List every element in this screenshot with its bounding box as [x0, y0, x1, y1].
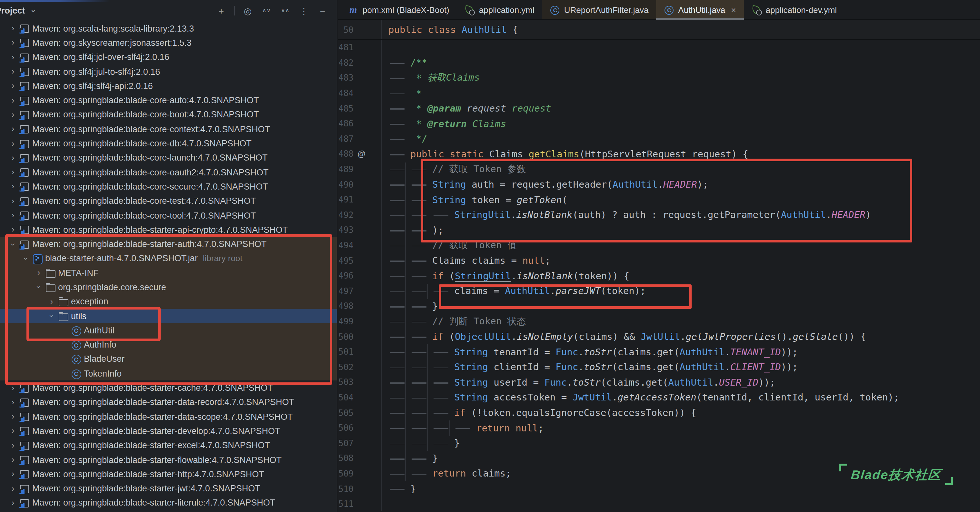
chevron-right-icon[interactable]: ›	[8, 182, 18, 191]
collapse-all-icon[interactable]: ∨∧	[277, 3, 293, 18]
code-line[interactable]: 483 * 获取Claims	[338, 70, 980, 86]
code-line[interactable]: 484 *	[338, 86, 980, 101]
code-line[interactable]: 489// 获取 Token 参数	[338, 162, 980, 177]
chevron-down-icon[interactable]: ›	[8, 239, 18, 249]
tab-application-dev-yml[interactable]: application-dev.yml	[744, 0, 845, 19]
tree-row[interactable]: ›utils	[0, 309, 337, 323]
tree-row[interactable]: ›exception	[0, 294, 337, 309]
code-line[interactable]: 493);	[338, 222, 980, 238]
chevron-right-icon[interactable]: ›	[8, 470, 18, 479]
chevron-right-icon[interactable]: ›	[8, 455, 18, 464]
tree-row[interactable]: ›Maven: org.springblade:blade-starter-jw…	[0, 481, 337, 496]
tree-row[interactable]: ›org.springblade.core.secure	[0, 280, 337, 295]
chevron-down-icon[interactable]: ›	[47, 311, 56, 320]
code-line[interactable]: 488@public static Claims getClaims(HttpS…	[338, 146, 980, 162]
code-line[interactable]: 511	[338, 496, 980, 512]
code-line[interactable]: 505if (!token.equalsIgnoreCase(accessTok…	[338, 405, 980, 420]
chevron-right-icon[interactable]: ›	[34, 268, 43, 277]
code-line[interactable]: 507}	[338, 436, 980, 451]
tab-pom-xml-bladex-boot-[interactable]: mpom.xml (BladeX-Boot)	[340, 0, 457, 19]
code-line[interactable]: 482/**	[338, 55, 980, 70]
project-panel-title[interactable]: Project ›	[0, 6, 38, 16]
tree-row[interactable]: ›Maven: org.springblade:blade-core-conte…	[0, 122, 337, 136]
code-line[interactable]: 504String accessToken = JwtUtil.getAcces…	[338, 390, 980, 405]
code-line[interactable]: 503String userId = Func.toStr(claims.get…	[338, 375, 980, 390]
chevron-right-icon[interactable]: ›	[8, 211, 18, 220]
chevron-right-icon[interactable]: ›	[8, 110, 18, 119]
code-line[interactable]: 506return null;	[338, 420, 980, 436]
tree-row[interactable]: ›Maven: org.springblade:blade-starter-lo…	[0, 510, 337, 512]
tree-row[interactable]: ›blade-starter-auth-4.7.0.SNAPSHOT.jarli…	[0, 252, 337, 266]
chevron-right-icon[interactable]: ›	[8, 52, 18, 62]
tree-row[interactable]: ›Maven: org.springblade:blade-starter-da…	[0, 395, 337, 409]
tree-row[interactable]: ›Maven: org.springblade:blade-starter-li…	[0, 496, 337, 510]
code-line[interactable]: 497claims = AuthUtil.parseJWT(token);	[338, 284, 980, 298]
tab-authutil-java[interactable]: AuthUtil.java×	[656, 0, 743, 19]
code-line[interactable]: 498}	[338, 298, 980, 314]
code-line[interactable]: 496if (StringUtil.isNotBlank(token)) {	[338, 268, 980, 284]
tree-row[interactable]: ›AuthInfo	[0, 338, 337, 352]
chevron-right-icon[interactable]: ›	[8, 412, 18, 421]
code-line[interactable]: 499// 判断 Token 状态	[338, 314, 980, 329]
tree-row[interactable]: ›Maven: org.springblade:blade-starter-ex…	[0, 438, 337, 453]
more-options-icon[interactable]: ⋮	[296, 3, 312, 18]
chevron-right-icon[interactable]: ›	[8, 426, 18, 436]
chevron-right-icon[interactable]: ›	[8, 139, 18, 148]
chevron-right-icon[interactable]: ›	[8, 441, 18, 450]
chevron-right-icon[interactable]: ›	[8, 498, 18, 507]
tree-row[interactable]: ›Maven: org.springblade:blade-core-oauth…	[0, 165, 337, 179]
code-line[interactable]: 492StringUtil.isNotBlank(auth) ? auth : …	[338, 207, 980, 222]
tree-row[interactable]: ›Maven: org.springblade:blade-starter-ht…	[0, 467, 337, 481]
chevron-down-icon[interactable]: ›	[21, 254, 30, 263]
chevron-right-icon[interactable]: ›	[8, 168, 18, 177]
expand-all-icon[interactable]: ∧∨	[259, 3, 274, 18]
code-line[interactable]: 495Claims claims = null;	[338, 253, 980, 268]
code-line[interactable]: 502String clientId = Func.toStr(claims.g…	[338, 360, 980, 375]
chevron-right-icon[interactable]: ›	[47, 297, 56, 306]
code-line[interactable]: 481	[338, 40, 980, 55]
chevron-right-icon[interactable]: ›	[8, 38, 18, 48]
code-line[interactable]: 508}	[338, 451, 980, 466]
code-line[interactable]: 486 * @return Claims	[338, 116, 980, 131]
tree-row[interactable]: ›Maven: org.springblade:blade-starter-au…	[0, 237, 337, 252]
code-line[interactable]: 500if (ObjectUtil.isNotEmpty(claims) && …	[338, 329, 980, 344]
tree-row[interactable]: ›Maven: org.slf4j:slf4j-api:2.0.16	[0, 79, 337, 93]
tree-row[interactable]: ›Maven: org.springblade:blade-core-db:4.…	[0, 136, 337, 151]
code-line[interactable]: 494// 获取 Token 值	[338, 238, 980, 253]
tree-row[interactable]: ›Maven: org.scala-lang:scala-library:2.1…	[0, 21, 337, 36]
code-line[interactable]: 501String tenantId = Func.toStr(claims.g…	[338, 344, 980, 360]
chevron-right-icon[interactable]: ›	[8, 82, 18, 90]
tree-row[interactable]: ›Maven: org.springblade:blade-core-test:…	[0, 194, 337, 208]
tree-row[interactable]: ›Maven: org.skyscreamer:jsonassert:1.5.3	[0, 36, 337, 50]
chevron-right-icon[interactable]: ›	[8, 398, 18, 407]
hide-icon[interactable]: −	[315, 3, 330, 18]
tab-ureportauthfilter-java[interactable]: UReportAuthFilter.java	[542, 0, 657, 19]
code-line[interactable]: 491String token = getToken(	[338, 192, 980, 207]
code-area[interactable]: 481482/**483 * 获取Claims484 *485 * @param…	[338, 40, 980, 512]
tree-row[interactable]: ›Maven: org.springblade:blade-core-launc…	[0, 151, 337, 165]
tree-row[interactable]: ›Maven: org.springblade:blade-starter-ap…	[0, 222, 337, 237]
tree-row[interactable]: ›Maven: org.springblade:blade-core-secur…	[0, 179, 337, 194]
tree-row[interactable]: ›META-INF	[0, 266, 337, 280]
code-line[interactable]: 485 * @param request request	[338, 101, 980, 116]
tree-row[interactable]: ›Maven: org.slf4j:jul-to-slf4j:2.0.16	[0, 65, 337, 79]
chevron-right-icon[interactable]: ›	[8, 197, 18, 205]
code-line[interactable]: 487 */	[338, 131, 980, 146]
chevron-right-icon[interactable]: ›	[8, 96, 18, 105]
tree-row[interactable]: ›Maven: org.springblade:blade-starter-ca…	[0, 381, 337, 395]
chevron-down-icon[interactable]: ›	[34, 283, 43, 292]
chevron-right-icon[interactable]: ›	[8, 124, 18, 133]
tree-row[interactable]: ›Maven: org.springblade:blade-core-tool:…	[0, 208, 337, 223]
chevron-right-icon[interactable]: ›	[8, 24, 18, 33]
tree-row[interactable]: ›Maven: org.springblade:blade-starter-de…	[0, 424, 337, 439]
tree-row[interactable]: ›Maven: org.slf4j:jcl-over-slf4j:2.0.16	[0, 50, 337, 65]
chevron-right-icon[interactable]: ›	[8, 67, 18, 76]
chevron-right-icon[interactable]: ›	[8, 384, 18, 392]
tree-row[interactable]: ›Maven: org.springblade:blade-starter-fl…	[0, 453, 337, 467]
tab-application-yml[interactable]: application.yml	[457, 0, 542, 19]
chevron-right-icon[interactable]: ›	[8, 484, 18, 493]
code-line[interactable]: 490String auth = request.getHeader(AuthU…	[338, 177, 980, 192]
add-icon[interactable]: +	[213, 3, 229, 18]
code-line[interactable]: 50public class AuthUtil {	[338, 20, 980, 39]
chevron-right-icon[interactable]: ›	[8, 225, 18, 235]
